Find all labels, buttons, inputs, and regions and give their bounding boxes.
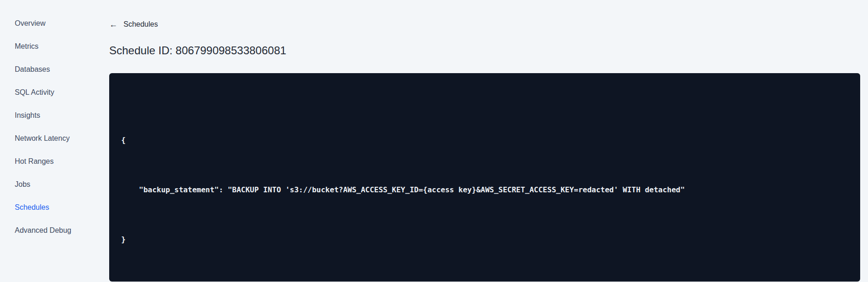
sidebar-item[interactable]: Network Latency bbox=[15, 133, 97, 144]
sidebar-item[interactable]: Insights bbox=[15, 110, 97, 121]
sidebar-item[interactable]: Overview bbox=[15, 18, 97, 29]
back-arrow-icon: ← bbox=[109, 19, 117, 29]
code-line: { bbox=[121, 134, 848, 146]
sidebar-item[interactable]: Schedules bbox=[15, 202, 97, 213]
sidebar-item[interactable]: Jobs bbox=[15, 179, 97, 190]
code-line: "backup_statement": "BACKUP INTO 's3://b… bbox=[121, 184, 848, 196]
backup-statement-code-block: { "backup_statement": "BACKUP INTO 's3:/… bbox=[109, 73, 860, 282]
sidebar-item[interactable]: Advanced Debug bbox=[15, 225, 97, 236]
page-title: Schedule ID: 806799098533806081 bbox=[109, 43, 860, 58]
back-link-label: Schedules bbox=[123, 19, 158, 29]
sidebar-item[interactable]: Databases bbox=[15, 64, 97, 75]
sidebar-item[interactable]: Hot Ranges bbox=[15, 156, 97, 167]
sidebar: Overview Metrics Databases SQL Activity … bbox=[0, 0, 97, 282]
code-line: } bbox=[121, 233, 848, 246]
sidebar-item[interactable]: Metrics bbox=[15, 41, 97, 52]
sidebar-item[interactable]: SQL Activity bbox=[15, 87, 97, 98]
main-content: ← Schedules Schedule ID: 806799098533806… bbox=[109, 0, 860, 282]
back-link-schedules[interactable]: ← Schedules bbox=[109, 19, 158, 29]
